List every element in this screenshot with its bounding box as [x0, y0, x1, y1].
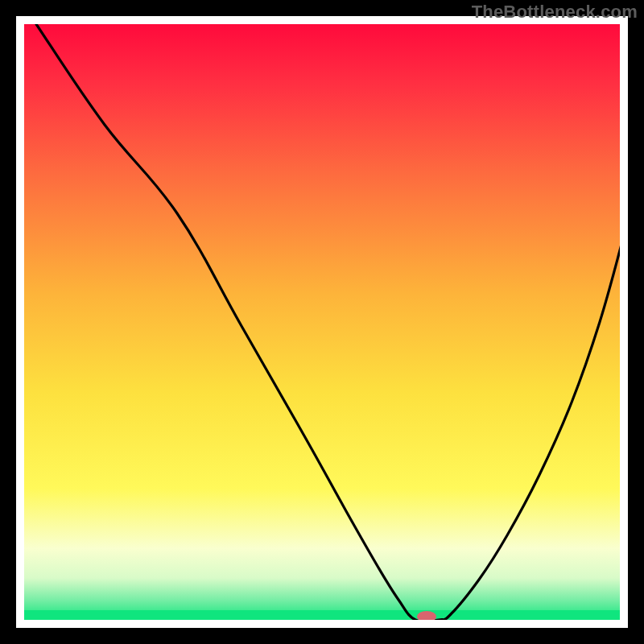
chart-stage: TheBottleneck.com	[0, 0, 644, 644]
watermark-text: TheBottleneck.com	[472, 2, 638, 23]
minimum-marker	[417, 611, 436, 622]
baseline-green-band	[24, 610, 620, 620]
bottleneck-chart	[0, 0, 644, 644]
plot-area	[24, 24, 620, 620]
gradient-background	[24, 24, 620, 620]
